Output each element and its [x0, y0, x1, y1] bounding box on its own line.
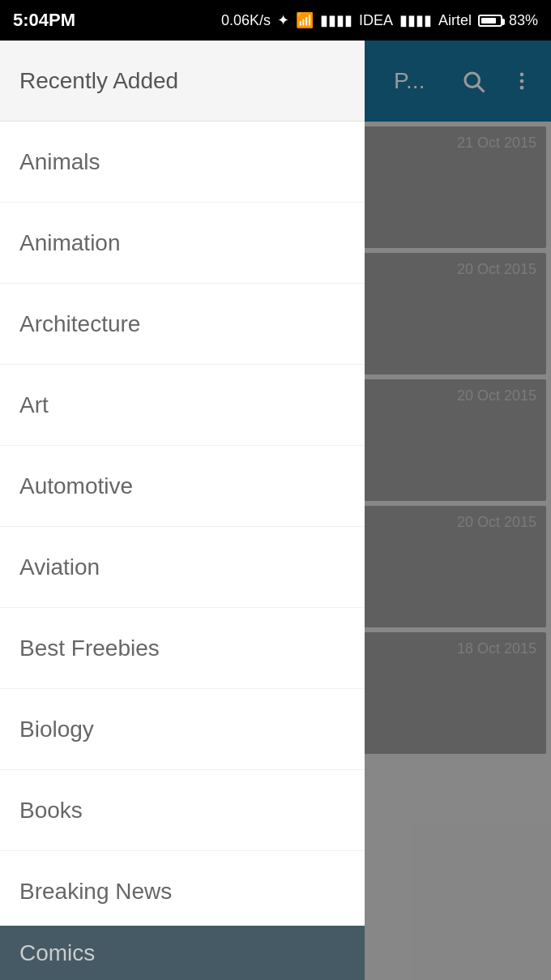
main-layout: P...	[0, 41, 551, 980]
drawer-header[interactable]: Recently Added	[0, 41, 365, 122]
status-bar: 5:04PM 0.06K/s ✦ 📶 ▮▮▮▮ IDEA ▮▮▮▮ Airtel…	[0, 0, 551, 41]
sidebar-item-animals[interactable]: Animals	[0, 122, 365, 203]
sidebar-item-books[interactable]: Books	[0, 770, 365, 851]
sidebar-item-label: Animals	[19, 149, 100, 175]
bluetooth-icon: ✦	[277, 11, 289, 29]
drawer-header-title: Recently Added	[19, 68, 178, 94]
sidebar-item-aviation[interactable]: Aviation	[0, 527, 365, 608]
sidebar-item-label: Biology	[19, 717, 94, 742]
battery-icon	[478, 15, 502, 27]
sidebar-item-label: Animation	[19, 230, 121, 256]
sidebar-item-label: Comics	[19, 940, 95, 966]
sidebar-item-label: Art	[19, 392, 49, 418]
sidebar-item-breaking-news[interactable]: Breaking News	[0, 851, 365, 932]
sidebar-item-biology[interactable]: Biology	[0, 689, 365, 770]
sidebar-item-label: Breaking News	[19, 879, 172, 905]
carrier2-label: Airtel	[438, 12, 472, 29]
battery-percent: 83%	[509, 12, 538, 29]
signal-idea-icon: ▮▮▮▮	[320, 11, 352, 29]
status-time: 5:04PM	[13, 10, 75, 31]
drawer-list: Animals Animation Architecture Art Autom…	[0, 122, 365, 980]
drawer-scrim[interactable]	[364, 41, 551, 980]
sidebar-item-art[interactable]: Art	[0, 365, 365, 446]
sidebar-item-label: Best Freebies	[19, 636, 160, 661]
signal-airtel-icon: ▮▮▮▮	[399, 11, 432, 29]
status-right: 0.06K/s ✦ 📶 ▮▮▮▮ IDEA ▮▮▮▮ Airtel 83%	[221, 11, 538, 29]
wifi-icon: 📶	[296, 11, 314, 29]
sidebar-item-animation[interactable]: Animation	[0, 203, 365, 284]
sidebar-item-automotive[interactable]: Automotive	[0, 446, 365, 527]
sidebar-item-label: Aviation	[19, 554, 100, 580]
sidebar-item-label: Automotive	[19, 473, 133, 499]
sidebar-item-comics[interactable]: Comics	[0, 926, 365, 980]
carrier1-label: IDEA	[359, 12, 393, 29]
sidebar-item-best-freebies[interactable]: Best Freebies	[0, 608, 365, 689]
navigation-drawer: Recently Added Animals Animation Archite…	[0, 41, 365, 980]
sidebar-item-label: Architecture	[19, 311, 140, 337]
network-speed: 0.06K/s	[221, 12, 271, 29]
sidebar-item-label: Books	[19, 798, 83, 824]
sidebar-item-architecture[interactable]: Architecture	[0, 284, 365, 365]
